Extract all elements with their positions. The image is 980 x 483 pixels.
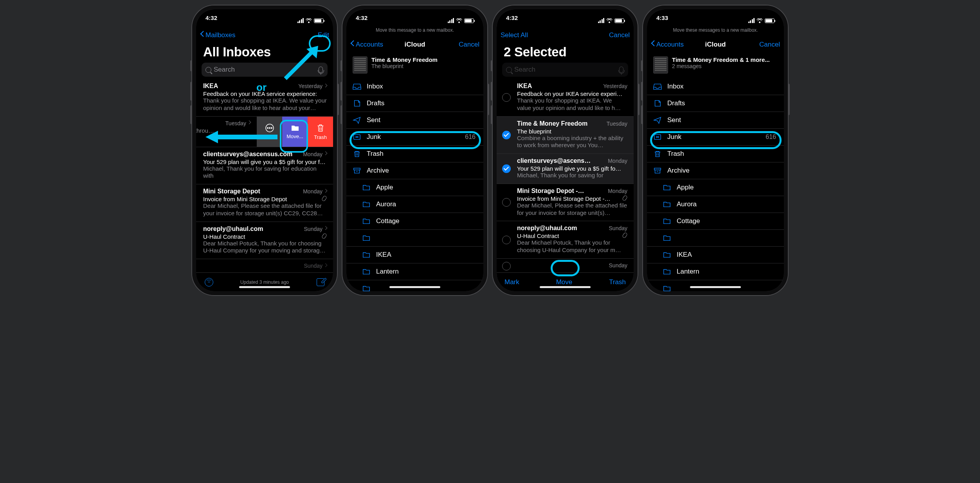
battery-icon [314,18,324,23]
select-circle[interactable] [502,198,511,207]
folder-lantern[interactable]: Lantern [647,263,784,280]
folder-icon [663,234,671,242]
email-row[interactable]: Sunday [196,259,333,272]
back-mailboxes[interactable]: Mailboxes [200,31,236,39]
email-row[interactable]: noreply@uhaul.comSunday U-Haul Contract … [196,222,333,260]
folder-icon [362,268,371,276]
chevron-left-icon [200,32,204,39]
home-indicator[interactable] [540,286,591,288]
folder-trash[interactable]: Trash [647,146,784,162]
email-row[interactable]: Mini Storage DepotMonday Invoice from Mi… [196,184,333,222]
email-list: IKEAYesterday Feedback on your IKEA serv… [196,79,333,272]
mic-icon[interactable] [319,67,323,73]
folder-aurora[interactable]: Aurora [647,196,784,213]
folder-list: InboxDraftsSentJunk616TrashArchiveAppleA… [346,78,483,291]
folder-lantern[interactable]: Lantern [346,263,483,280]
inbox-icon [653,83,662,90]
select-circle[interactable] [502,262,511,270]
folder-cottage[interactable]: Cottage [647,213,784,230]
email-row[interactable]: IKEAYesterday Feedback on your IKEA serv… [196,79,333,117]
folder-inbox[interactable]: Inbox [647,78,784,95]
home-indicator[interactable] [389,286,440,288]
email-row[interactable]: clientsurveys@ascensus.comMonday Your 52… [196,147,333,185]
select-all-button[interactable]: Select All [501,31,528,39]
folder-junk[interactable]: Junk616 [346,129,483,146]
nav-title: iCloud [705,41,726,49]
archive-icon [653,167,662,175]
folder-junk[interactable]: Junk616 [647,129,784,146]
cancel-button[interactable]: Cancel [759,41,780,49]
folder-aurora[interactable]: Aurora [346,196,483,213]
chevron-right-icon [324,84,327,88]
move-button[interactable]: Move [556,278,573,286]
select-circle[interactable] [502,164,511,173]
email-row[interactable]: Mini Storage Depot -…Monday Invoice from… [497,184,634,222]
select-circle[interactable] [502,236,511,244]
nav-title: iCloud [405,41,425,49]
folder-archive[interactable]: Archive [647,162,784,179]
folder-sent[interactable]: Sent [346,112,483,129]
back-accounts[interactable]: Accounts [651,41,684,49]
select-circle[interactable] [502,93,511,102]
folder-list: InboxDraftsSentJunk616TrashArchiveAppleA… [647,78,784,291]
sent-icon [353,116,361,124]
clock: 4:32 [356,14,368,27]
compose-icon[interactable] [317,278,324,286]
email-list: IKEAYesterday Feedback on your IKEA serv… [497,79,634,272]
trash-button[interactable]: Trash [609,278,626,286]
folder-unnamed[interactable] [346,230,483,247]
email-row[interactable]: IKEAYesterday Feedback on your IKEA serv… [497,79,634,117]
search-input[interactable]: Search [202,63,328,77]
folder-unnamed[interactable] [346,280,483,291]
folder-sent[interactable]: Sent [647,112,784,129]
email-row-swiped[interactable]: Tuesday + the ability to subscribed thro… [196,117,333,147]
message-preview: Time & Money FreedomThe blueprint [346,53,483,78]
swipe-trash-button[interactable]: Trash [308,117,333,147]
back-accounts[interactable]: Accounts [350,41,383,49]
folder-icon [362,200,371,208]
folder-icon [663,268,671,276]
email-row[interactable]: clientsurveys@ascens…Monday Your 529 pla… [497,154,634,184]
swipe-more-button[interactable]: More [257,117,282,147]
search-input-disabled: Search [502,63,628,77]
select-circle[interactable] [502,131,511,139]
home-indicator[interactable] [239,286,290,288]
wifi-icon [306,18,312,23]
folder-cottage[interactable]: Cottage [346,213,483,230]
trash-icon [353,150,361,158]
trash-icon [653,150,662,158]
folder-trash[interactable]: Trash [346,146,483,162]
folder-icon [362,184,371,191]
phone-move-single: 4:32 Move this message to a new mailbox.… [342,5,487,295]
folder-archive[interactable]: Archive [346,162,483,179]
swipe-move-button[interactable]: Move... [282,117,308,147]
folder-icon [663,285,671,291]
folder-drafts[interactable]: Drafts [647,95,784,112]
draft-icon [653,99,662,107]
phone-selected: 4:32 Select All Cancel 2 Selected Search… [493,5,638,295]
folder-ikea[interactable]: IKEA [647,247,784,263]
folder-ikea[interactable]: IKEA [346,247,483,263]
email-row[interactable]: noreply@uhaul.comSunday U-Haul Contract … [497,221,634,259]
folder-apple[interactable]: Apple [346,179,483,196]
status-text: Updated 3 minutes ago [240,279,289,285]
folder-icon [362,217,371,225]
folder-icon [663,184,671,191]
mark-button[interactable]: Mark [504,278,519,286]
email-row[interactable]: Sunday [497,259,634,272]
clock: 4:32 [506,14,518,27]
attachment-icon [622,195,627,201]
clock: 4:33 [656,14,668,27]
edit-button[interactable]: Edit [318,31,329,39]
folder-unnamed[interactable] [647,230,784,247]
folder-apple[interactable]: Apple [647,179,784,196]
cancel-button[interactable]: Cancel [459,41,479,49]
cancel-button[interactable]: Cancel [609,31,630,39]
folder-drafts[interactable]: Drafts [346,95,483,112]
folder-unnamed[interactable] [647,280,784,291]
folder-inbox[interactable]: Inbox [346,78,483,95]
email-row[interactable]: Time & Money FreedomTuesday The blueprin… [497,117,634,154]
filter-icon[interactable] [205,278,213,287]
sent-icon [653,116,662,124]
home-indicator[interactable] [690,286,741,288]
